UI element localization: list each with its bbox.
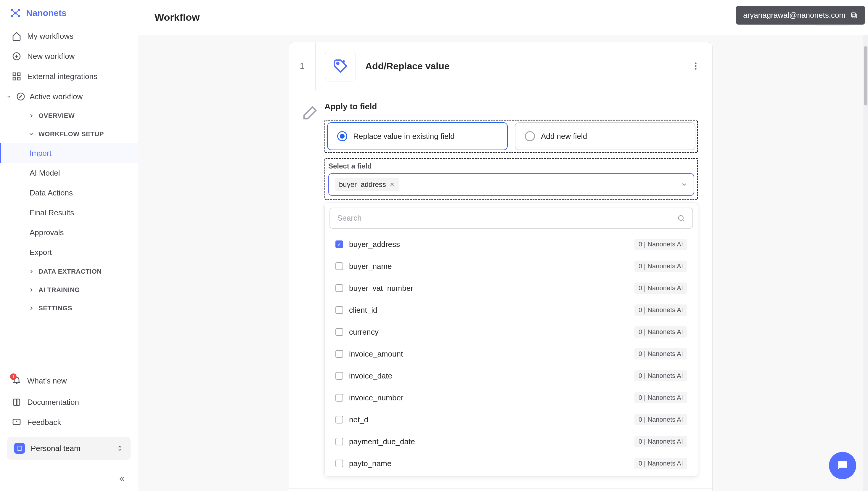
- nav-whats-new[interactable]: 1 What's new: [0, 370, 138, 392]
- nav-active-workflow[interactable]: Active workflow: [0, 86, 138, 107]
- option-list[interactable]: buyer_address0 | Nanonets AIbuyer_name0 …: [325, 233, 698, 476]
- radio-indicator: [525, 131, 535, 141]
- checkbox[interactable]: [335, 350, 343, 358]
- checkbox[interactable]: [335, 284, 343, 292]
- section-settings[interactable]: SETTINGS: [0, 299, 138, 317]
- scrollbar-thumb[interactable]: [864, 46, 867, 106]
- field-select[interactable]: buyer_address ✕: [328, 173, 694, 196]
- section-workflow-setup[interactable]: WORKFLOW SETUP: [0, 125, 138, 143]
- nav-label: External integrations: [27, 72, 97, 81]
- user-email-toast: aryanagrawal@nanonets.com: [736, 6, 865, 25]
- team-name: Personal team: [31, 444, 111, 453]
- chevron-right-icon: [28, 113, 34, 119]
- option-badge: 0 | Nanonets AI: [634, 414, 687, 425]
- team-selector[interactable]: Personal team: [7, 437, 130, 460]
- field-label: Select a field: [328, 162, 694, 170]
- radio-label: Add new field: [541, 132, 587, 141]
- chevron-right-icon: [28, 287, 34, 293]
- nav-approvals[interactable]: Approvals: [0, 223, 138, 242]
- nav-label: Active workflow: [30, 92, 83, 101]
- nav-export[interactable]: Export: [0, 242, 138, 262]
- nav-final-results[interactable]: Final Results: [0, 203, 138, 223]
- nanonets-logo-icon: [9, 7, 21, 19]
- sidebar: Nanonets My workflows New workflow Exter…: [0, 0, 138, 467]
- chip-remove-icon[interactable]: ✕: [390, 181, 395, 188]
- section-overview[interactable]: OVERVIEW: [0, 107, 138, 125]
- brand-logo[interactable]: Nanonets: [0, 0, 138, 26]
- nav-label: AI Model: [30, 169, 60, 178]
- section-ai-training[interactable]: AI TRAINING: [0, 281, 138, 299]
- search-input[interactable]: [337, 213, 677, 223]
- chevron-down-icon[interactable]: [681, 181, 688, 188]
- svg-rect-8: [13, 77, 16, 80]
- nav-ai-model[interactable]: AI Model: [0, 163, 138, 183]
- condition-section: [289, 489, 712, 491]
- checkbox[interactable]: [335, 262, 343, 270]
- nav-my-workflows[interactable]: My workflows: [0, 26, 138, 46]
- field-option[interactable]: currency0 | Nanonets AI: [332, 321, 691, 343]
- nav-external-integrations[interactable]: External integrations: [0, 66, 138, 86]
- option-badge: 0 | Nanonets AI: [634, 348, 687, 359]
- field-option[interactable]: buyer_name0 | Nanonets AI: [332, 255, 691, 277]
- checkbox[interactable]: [335, 372, 343, 380]
- option-label: invoice_amount: [349, 349, 629, 358]
- option-badge: 0 | Nanonets AI: [634, 239, 687, 250]
- field-option[interactable]: buyer_vat_number0 | Nanonets AI: [332, 277, 691, 299]
- kebab-menu-icon[interactable]: [691, 61, 700, 71]
- section-label: WORKFLOW SETUP: [38, 130, 104, 138]
- step-title: Add/Replace value: [365, 61, 682, 72]
- field-option[interactable]: invoice_number0 | Nanonets AI: [332, 387, 691, 409]
- chevron-right-icon: [28, 268, 34, 275]
- nav-label: Feedback: [27, 418, 61, 427]
- nav-label: Final Results: [30, 208, 74, 218]
- field-option[interactable]: net_d0 | Nanonets AI: [332, 409, 691, 431]
- highlight-field-select: Select a field buyer_address ✕: [325, 158, 698, 200]
- nav-data-actions[interactable]: Data Actions: [0, 183, 138, 203]
- checkbox[interactable]: [335, 306, 343, 314]
- nav-feedback[interactable]: Feedback: [0, 412, 138, 432]
- svg-rect-6: [13, 73, 16, 76]
- highlight-radio-group: Replace value in existing field Add new …: [325, 120, 698, 153]
- svg-rect-14: [853, 14, 857, 18]
- nav-label: Approvals: [30, 228, 64, 237]
- nav-label: New workflow: [27, 52, 74, 61]
- chat-fab[interactable]: [829, 452, 856, 479]
- brand-name: Nanonets: [26, 8, 67, 18]
- field-option[interactable]: payment_due_date0 | Nanonets AI: [332, 431, 691, 453]
- building-icon: [14, 443, 25, 454]
- checkbox[interactable]: [335, 438, 343, 445]
- tag-plus-icon: [332, 58, 349, 74]
- field-option[interactable]: buyer_address0 | Nanonets AI: [332, 233, 691, 255]
- chevron-right-icon: [28, 305, 34, 311]
- book-icon: [12, 397, 21, 407]
- search-icon: [677, 214, 685, 223]
- grid-icon: [12, 72, 21, 81]
- checkbox[interactable]: [335, 328, 343, 336]
- nav-documentation[interactable]: Documentation: [0, 392, 138, 412]
- field-option[interactable]: payto_name0 | Nanonets AI: [332, 453, 691, 474]
- section-data-extraction[interactable]: DATA EXTRACTION: [0, 262, 138, 281]
- field-option[interactable]: client_id0 | Nanonets AI: [332, 299, 691, 321]
- nav-new-workflow[interactable]: New workflow: [0, 46, 138, 66]
- selected-chip: buyer_address ✕: [335, 178, 399, 191]
- vertical-scrollbar[interactable]: [863, 35, 868, 491]
- chevron-up-down-icon: [116, 445, 123, 452]
- field-option[interactable]: invoice_date0 | Nanonets AI: [332, 365, 691, 387]
- checkbox[interactable]: [335, 416, 343, 424]
- nav-label: Import: [30, 149, 52, 158]
- radio-add-field[interactable]: Add new field: [515, 122, 695, 150]
- home-icon: [12, 31, 21, 41]
- checkbox[interactable]: [335, 460, 343, 467]
- nav-import[interactable]: Import: [0, 143, 138, 163]
- checkbox[interactable]: [335, 394, 343, 402]
- option-badge: 0 | Nanonets AI: [634, 261, 687, 272]
- field-option[interactable]: invoice_amount0 | Nanonets AI: [332, 343, 691, 365]
- compass-icon: [16, 92, 26, 101]
- collapse-icon[interactable]: [118, 475, 126, 483]
- svg-point-17: [695, 62, 696, 64]
- option-label: currency: [349, 327, 629, 337]
- copy-icon[interactable]: [850, 11, 858, 19]
- checkbox[interactable]: [335, 240, 343, 248]
- nav-label: Data Actions: [30, 189, 73, 198]
- radio-replace-value[interactable]: Replace value in existing field: [327, 122, 508, 150]
